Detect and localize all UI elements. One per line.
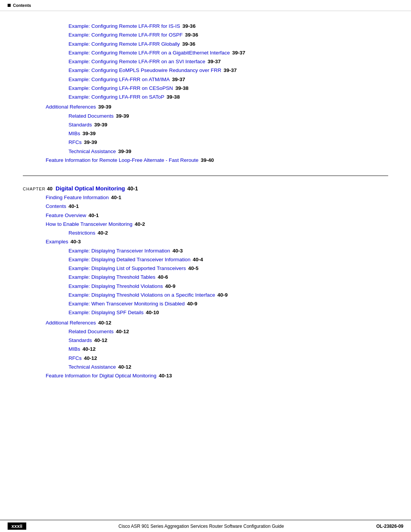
toc-link[interactable]: Example: Displaying Transceiver Informat… bbox=[68, 247, 170, 255]
toc-link[interactable]: Additional References bbox=[46, 103, 96, 111]
toc-link[interactable]: Finding Feature Information bbox=[46, 194, 109, 201]
list-item: RFCs 40-12 bbox=[68, 355, 388, 362]
toc-link[interactable]: Related Documents bbox=[68, 328, 114, 335]
list-item: Restrictions 40-2 bbox=[68, 229, 388, 237]
list-item: Example: Displaying Threshold Tables 40-… bbox=[68, 273, 388, 281]
toc-page: 40-1 bbox=[68, 203, 79, 210]
toc-page: 40-12 bbox=[84, 355, 97, 362]
toc-link[interactable]: Example: Displaying Threshold Tables bbox=[68, 273, 155, 281]
toc-link[interactable]: Example: Configuring LFA-FRR on ATM/IMA bbox=[68, 76, 170, 83]
toc-page: 40-12 bbox=[116, 328, 129, 335]
list-item: Example: Configuring LFA-FRR on ATM/IMA … bbox=[68, 76, 388, 83]
footer-center-text: Cisco ASR 901 Series Aggregation Service… bbox=[34, 524, 369, 529]
list-item: Technical Assistance 40-12 bbox=[68, 363, 388, 371]
toc-link[interactable]: Example: Configuring LFA-FRR on SAToP bbox=[68, 93, 164, 101]
list-item: MIBs 40-12 bbox=[68, 345, 388, 353]
toc-link[interactable]: Example: Displaying Threshold Violations bbox=[68, 283, 163, 290]
list-item: Example: Configuring Remote LFA-FRR Glob… bbox=[68, 40, 388, 48]
toc-link[interactable]: Feature Information for Remote Loop-Free… bbox=[46, 157, 198, 164]
toc-link[interactable]: Example: Configuring Remote LFA-FRR on a… bbox=[68, 49, 230, 57]
toc-link[interactable]: Additional References bbox=[46, 319, 96, 327]
toc-link[interactable]: Contents bbox=[46, 203, 66, 210]
toc-link[interactable]: Example: Configuring Remote LFA-FRR Glob… bbox=[68, 40, 180, 48]
toc-link[interactable]: Related Documents bbox=[68, 112, 114, 120]
toc-page: 40-6 bbox=[158, 273, 168, 281]
toc-link[interactable]: RFCs bbox=[68, 355, 82, 362]
toc-page: 39-38 bbox=[167, 93, 180, 101]
toc-link[interactable]: Example: Displaying Threshold Violations… bbox=[68, 291, 215, 299]
toc-page: 40-10 bbox=[146, 309, 159, 316]
list-item: Examples 40-3 bbox=[46, 238, 388, 246]
toc-link[interactable]: Examples bbox=[46, 238, 68, 246]
chapter-title-link[interactable]: Digital Optical Monitoring bbox=[56, 185, 125, 192]
list-item: Related Documents 40-12 bbox=[68, 328, 388, 335]
list-item: Contents 40-1 bbox=[46, 203, 388, 210]
footer-right-text: OL-23826-09 bbox=[376, 524, 403, 529]
list-item: Standards 39-39 bbox=[68, 121, 388, 129]
toc-page: 40-3 bbox=[172, 247, 183, 255]
toc-page: 40-9 bbox=[217, 291, 228, 299]
toc-page: 39-37 bbox=[223, 67, 237, 74]
chapter40-section: CHAPTER 40 Digital Optical Monitoring 40… bbox=[23, 176, 388, 380]
toc-page: 39-39 bbox=[118, 148, 132, 155]
header-square-icon bbox=[8, 4, 11, 7]
toc-link[interactable]: Example: Displaying List of Supported Tr… bbox=[68, 265, 186, 272]
toc-page: 39-36 bbox=[185, 31, 198, 39]
toc-link[interactable]: MIBs bbox=[68, 130, 80, 137]
chapter39-tail-entries: Example: Configuring Remote LFA-FRR for … bbox=[23, 22, 388, 164]
list-item: RFCs 39-39 bbox=[68, 139, 388, 146]
footer-page-label: xxxii bbox=[8, 522, 26, 530]
header-contents-label: Contents bbox=[13, 3, 31, 8]
toc-link[interactable]: Example: Displaying Detailed Transceiver… bbox=[68, 256, 190, 264]
toc-page: 40-12 bbox=[94, 337, 108, 344]
page-container: Contents Example: Configuring Remote LFA… bbox=[0, 0, 411, 532]
toc-link[interactable]: Example: Configuring EoMPLS Pseudowire R… bbox=[68, 67, 221, 74]
toc-page: 40-13 bbox=[159, 372, 172, 380]
toc-page: 40-12 bbox=[98, 319, 112, 327]
toc-page: 40-9 bbox=[187, 300, 197, 308]
toc-page: 40-2 bbox=[135, 220, 145, 228]
list-item: Example: Configuring LFA-FRR on SAToP 39… bbox=[68, 93, 388, 101]
list-item: Related Documents 39-39 bbox=[68, 112, 388, 120]
toc-page: 40-9 bbox=[165, 283, 175, 290]
toc-link[interactable]: Example: Configuring LFA-FRR on CESoPSN bbox=[68, 85, 173, 92]
toc-page: 40-2 bbox=[98, 229, 108, 237]
toc-link[interactable]: Example: When Transceiver Monitoring is … bbox=[68, 300, 185, 308]
list-item: Example: Displaying SPF Details 40-10 bbox=[68, 309, 388, 316]
toc-link[interactable]: RFCs bbox=[68, 139, 82, 146]
toc-link[interactable]: Restrictions bbox=[68, 229, 96, 237]
list-item: Example: Displaying Threshold Violations… bbox=[68, 291, 388, 299]
toc-page: 39-39 bbox=[98, 103, 112, 111]
toc-page: 40-12 bbox=[83, 345, 96, 353]
list-item: Example: Configuring Remote LFA-FRR for … bbox=[68, 22, 388, 30]
chapter-label: CHAPTER bbox=[23, 187, 46, 191]
toc-link[interactable]: Standards bbox=[68, 121, 92, 129]
toc-page: 40-4 bbox=[193, 256, 203, 264]
list-item: Example: Configuring Remote LFA-FRR for … bbox=[68, 31, 388, 39]
list-item: Additional References 40-12 bbox=[46, 319, 388, 327]
toc-page: 39-40 bbox=[201, 157, 214, 164]
toc-link[interactable]: Example: Displaying SPF Details bbox=[68, 309, 143, 316]
toc-link[interactable]: Example: Configuring Remote LFA-FRR for … bbox=[68, 31, 183, 39]
chapter-number: 40 bbox=[47, 186, 53, 192]
toc-link[interactable]: Example: Configuring Remote LFA-FRR on a… bbox=[68, 58, 205, 66]
toc-link[interactable]: MIBs bbox=[68, 345, 80, 353]
toc-page: 39-37 bbox=[207, 58, 221, 66]
toc-page: 40-5 bbox=[188, 265, 198, 272]
toc-page: 39-39 bbox=[84, 139, 97, 146]
toc-link[interactable]: Feature Information for Digital Optical … bbox=[46, 372, 156, 380]
toc-link[interactable]: How to Enable Transceiver Monitoring bbox=[46, 220, 132, 228]
list-item: Example: When Transceiver Monitoring is … bbox=[68, 300, 388, 308]
chapter-divider bbox=[23, 176, 388, 176]
toc-link[interactable]: Feature Overview bbox=[46, 212, 86, 219]
list-item: Technical Assistance 39-39 bbox=[68, 148, 388, 155]
list-item: MIBs 39-39 bbox=[68, 130, 388, 137]
toc-page: 39-39 bbox=[94, 121, 108, 129]
list-item: Example: Configuring LFA-FRR on CESoPSN … bbox=[68, 85, 388, 92]
toc-link[interactable]: Example: Configuring Remote LFA-FRR for … bbox=[68, 22, 180, 30]
toc-link[interactable]: Standards bbox=[68, 337, 92, 344]
list-item: Feature Information for Digital Optical … bbox=[46, 372, 388, 380]
toc-link[interactable]: Technical Assistance bbox=[68, 148, 116, 155]
toc-link[interactable]: Technical Assistance bbox=[68, 363, 116, 371]
chapter40-entries: Finding Feature Information 40-1 Content… bbox=[23, 194, 388, 380]
